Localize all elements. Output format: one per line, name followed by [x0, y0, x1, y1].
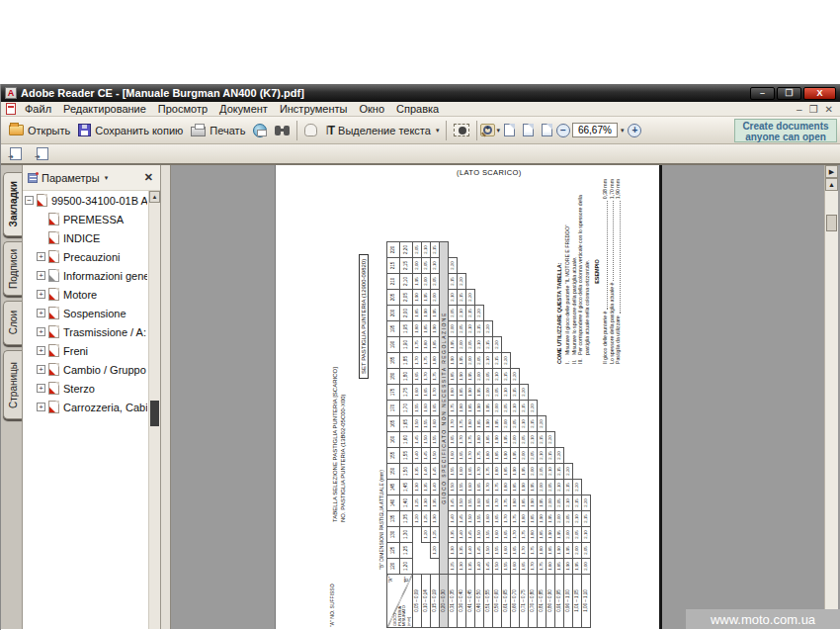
shim-value-cell [538, 258, 546, 274]
expand-icon[interactable]: + [37, 309, 45, 317]
chevron-down-icon[interactable]: ▾ [105, 174, 109, 182]
bookmark-item[interactable]: +Precauzioni [25, 247, 147, 266]
bookmark-item[interactable]: +Carrozzeria, Cabi [25, 398, 147, 416]
sidebar-tab-bookmarks[interactable]: Закладки [3, 172, 22, 236]
restore-button[interactable]: ❐ [777, 87, 801, 100]
shim-value-cell: 1,45 [458, 511, 466, 527]
expand-icon[interactable]: + [37, 271, 45, 280]
collapse-icon[interactable]: − [25, 196, 34, 205]
menu-item-5[interactable]: Окно [353, 103, 390, 115]
shim-value-cell: 1,30 [458, 559, 466, 575]
pane-expand-icon[interactable]: ▶ [825, 165, 838, 178]
document-scrollbar[interactable]: ▶ ▲ [824, 165, 838, 629]
snapshot-button[interactable] [450, 122, 473, 138]
panel-scroll-up-icon[interactable]: ▲ [149, 191, 160, 203]
email-button[interactable] [249, 122, 271, 139]
actual-size-button[interactable] [500, 122, 519, 138]
sidebar-tab-signatures[interactable]: Подписи [3, 241, 22, 296]
fit-width-button[interactable] [538, 122, 556, 138]
shim-value-cell [475, 242, 484, 258]
expand-icon[interactable]: + [37, 290, 45, 299]
close-button[interactable]: X [803, 87, 836, 100]
esempio-lines: Il gioco delle punterie è0,38 mmLo spess… [602, 179, 621, 364]
panel-splitter[interactable] [161, 165, 171, 629]
hand-tool-button[interactable] [300, 122, 321, 138]
shim-value-cell: 1,70 [431, 385, 440, 401]
zoom-tool-button[interactable] [480, 124, 495, 136]
shim-value-cell: 1,60 [458, 464, 466, 480]
shim-value-cell [582, 369, 591, 385]
bookmark-item[interactable]: INDICE [25, 228, 147, 247]
zoom-level-input[interactable] [572, 123, 618, 137]
shim-value-cell: 1,80 [413, 321, 422, 337]
expand-icon[interactable]: + [37, 252, 45, 261]
zoom-level-dropdown[interactable]: ▾ [621, 127, 625, 135]
bookmark-item[interactable]: +Informazioni gene [25, 266, 147, 285]
zoom-out-button[interactable]: − [556, 124, 570, 137]
shim-value-cell: 2,05 [422, 258, 431, 274]
zoom-in-button[interactable]: + [628, 124, 641, 137]
shim-value-cell [564, 448, 573, 464]
shim-value-cell [538, 401, 546, 416]
binoculars-icon [275, 126, 281, 135]
scroll-up-icon[interactable]: ▲ [825, 178, 838, 191]
menu-item-3[interactable]: Документ [213, 103, 274, 115]
menu-item-1[interactable]: Редактирование [57, 103, 152, 115]
menu-item-4[interactable]: Инструменты [274, 103, 354, 115]
open-button[interactable]: Открыть [5, 123, 74, 138]
bookmark-item[interactable]: +Sterzo [25, 379, 147, 398]
bookmark-item[interactable]: +Sospensione [25, 304, 147, 322]
shim-value-cell: 1,45 [484, 559, 493, 575]
previous-view-button[interactable] [6, 145, 26, 162]
shim-value-cell: 1,70 [484, 480, 493, 495]
shim-value-cell: 2,00 [458, 337, 466, 353]
fit-page-button[interactable] [519, 122, 538, 138]
document-scrollbar-thumb[interactable] [826, 215, 837, 231]
sidebar-tab-layers[interactable]: Слои [3, 301, 22, 345]
doc-close-button[interactable]: ✕ [825, 104, 833, 115]
shim-value-cell: 2,15 [449, 274, 458, 290]
shim-value-cell: 2,20 [582, 495, 591, 511]
bookmark-item[interactable]: −99500-34100-01B Al [25, 191, 147, 210]
expand-icon[interactable]: + [37, 346, 45, 355]
doc-minimize-button[interactable]: – [797, 104, 802, 115]
sidebar-tab-pages[interactable]: Страницы [3, 350, 22, 419]
panel-options-button[interactable]: Параметры [42, 172, 100, 184]
chevron-down-icon[interactable]: ▾ [436, 127, 440, 135]
suffix-header-cell: 130 [387, 527, 400, 543]
doc-restore-button[interactable]: ❐ [809, 104, 818, 115]
dimension-header-cell: 2,05 [400, 290, 413, 306]
shim-value-cell: 2,05 [529, 448, 538, 464]
bookmark-item[interactable]: +Cambio / Gruppo [25, 360, 147, 379]
shim-value-cell: 1,45 [475, 543, 484, 559]
expand-icon[interactable]: + [37, 403, 45, 411]
bookmark-item[interactable]: +Trasmissione / A: [25, 322, 147, 341]
panel-scrollbar[interactable]: ▲ [148, 191, 160, 629]
menu-item-6[interactable]: Справка [390, 103, 445, 115]
panel-close-button[interactable]: ✕ [144, 171, 155, 184]
panel-scrollbar-thumb[interactable] [150, 401, 159, 426]
document-area: (LATO SCARICO) "A" NO. SUFFISSO TABELLA … [171, 165, 840, 629]
create-documents-button[interactable]: Create documents anyone can open [734, 119, 837, 142]
shim-value-cell: 1,95 [573, 559, 582, 575]
shim-value-cell [511, 274, 520, 290]
select-text-button[interactable]: ΙT Выделение текста ▾ [321, 122, 443, 139]
bookmark-item[interactable]: PREMESSA [25, 210, 147, 228]
search-button[interactable] [271, 124, 294, 137]
menu-item-2[interactable]: Просмотр [152, 103, 213, 115]
expand-icon[interactable]: + [37, 327, 45, 336]
dimension-header-cell: 1,85 [400, 353, 413, 369]
expand-icon[interactable]: + [37, 365, 45, 374]
print-button[interactable]: Печать [187, 122, 249, 138]
bookmark-item[interactable]: +Freni [25, 341, 147, 360]
next-view-button[interactable] [33, 145, 52, 162]
shim-value-cell [564, 385, 573, 401]
bookmark-label: PREMESSA [63, 214, 124, 225]
save-copy-button[interactable]: Сохранить копию [74, 122, 187, 138]
shim-value-cell: 1,95 [538, 495, 546, 511]
expand-icon[interactable]: + [37, 384, 45, 393]
minimize-button[interactable]: – [750, 87, 775, 100]
menu-item-0[interactable]: Файл [19, 103, 57, 115]
bookmark-item[interactable]: +Motore [25, 285, 147, 304]
shim-value-cell: 1,35 [458, 543, 466, 559]
